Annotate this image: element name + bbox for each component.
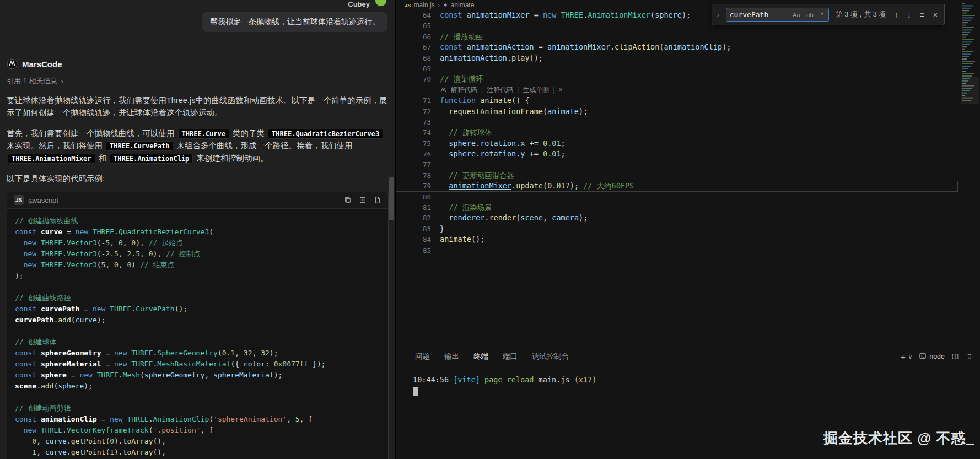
chat-scrollbar[interactable] (389, 177, 394, 220)
code-token: , (105, 261, 114, 269)
code-token: ({ (230, 360, 243, 368)
code-token: THREE (41, 239, 62, 247)
code-token: add (41, 382, 53, 390)
inline-code-chip: THREE.AnimationMixer (8, 154, 95, 164)
find-previous-button[interactable]: ↑ (892, 9, 901, 20)
code-token: // 渲染循环 (440, 74, 483, 83)
terminal-output[interactable]: 10:44:56 [vite] page reload main.js (x17… (396, 366, 980, 396)
code-token: const (15, 371, 41, 379)
code-token: . (507, 53, 511, 62)
code-token: sphere (655, 10, 682, 19)
new-file-button[interactable] (374, 196, 381, 204)
line-content: // 播放动画 (440, 31, 958, 42)
code-token: // 结束点 (140, 261, 174, 269)
code-token: (); (175, 305, 187, 313)
code-token: new (79, 371, 96, 379)
panel-tab[interactable]: 端口 (496, 347, 525, 366)
code-token: 0 (32, 437, 36, 445)
line-content (440, 63, 958, 74)
code-token: rotation (480, 139, 516, 148)
code-token: ); (579, 107, 588, 116)
split-terminal-button[interactable] (951, 353, 959, 360)
find-results-count: 第 3 项，共 3 项 (833, 10, 887, 19)
line-content: animationAction.play(); (440, 53, 958, 63)
user-message-row: 帮我拟定一条抛物线，让当前球体沿着轨迹运行。 (0, 8, 395, 32)
editor-line: 73 (396, 117, 958, 127)
separator: | (553, 85, 554, 95)
inline-close-button[interactable]: × (558, 85, 562, 95)
line-number: 67 (396, 42, 440, 52)
code-token (440, 181, 449, 190)
code-token (440, 107, 449, 116)
minimap-viewport[interactable] (961, 77, 979, 104)
code-token: AnimationClip (153, 415, 209, 423)
line-content: 解释代码|注释代码|生成单测|× (440, 85, 958, 95)
whole-word-toggle[interactable]: ab (805, 11, 815, 19)
panel-tab[interactable]: 调试控制台 (525, 347, 577, 366)
code-token: y (520, 149, 525, 158)
code-intro-text: 以下是具体实现的代码示例: (7, 172, 389, 185)
inline-action-button[interactable]: 生成单测 (523, 85, 549, 95)
line-content (440, 159, 958, 170)
code-token: animationMixer (467, 10, 530, 19)
minimap[interactable] (961, 1, 979, 233)
code-token: sphereMaterial (213, 371, 274, 379)
line-number: 79 (396, 181, 440, 191)
code-token: (), (153, 448, 166, 456)
code-token: . (610, 42, 615, 51)
code-token: THREE (41, 426, 62, 434)
panel-tab[interactable]: 终端 (466, 347, 496, 366)
assistant-name: MarsCode (22, 60, 62, 69)
symbol-method-icon (443, 2, 448, 8)
code-token: // 创建动画剪辑 (15, 404, 71, 412)
regex-toggle[interactable]: .* (818, 11, 826, 19)
code-token: curve (45, 437, 67, 445)
code-token: 10:44:56 (413, 375, 453, 384)
find-next-button[interactable]: ↓ (905, 9, 913, 20)
new-terminal-button[interactable]: + (901, 352, 906, 361)
code-token: 32 (261, 349, 270, 357)
code-token: render (489, 213, 516, 222)
code-token: 0 (131, 239, 136, 247)
code-token: new (93, 305, 110, 313)
panel-actions: + ∨ node (901, 352, 973, 361)
inline-action-button[interactable]: 解释代码 (451, 85, 477, 95)
code-token: CurvePath (136, 305, 174, 313)
reference-link[interactable]: 引用 1 相关信息 › (7, 76, 63, 86)
terminal-profile-chevron-icon[interactable]: ∨ (908, 354, 912, 360)
insert-code-button[interactable] (359, 196, 367, 204)
panel-tab[interactable]: 问题 (408, 347, 437, 366)
editor-line: 69 (396, 63, 958, 74)
code-token: animationMixer (449, 181, 511, 190)
code-token: . (62, 261, 67, 269)
code-token: add (58, 316, 71, 324)
find-close-button[interactable]: × (931, 9, 940, 20)
code-token: page reload (484, 375, 539, 384)
code-token: requestAnimationFrame (449, 107, 543, 116)
find-in-selection-button[interactable]: ≡ (918, 9, 927, 20)
match-case-toggle[interactable]: Aa (791, 11, 802, 19)
kill-terminal-button[interactable] (966, 353, 973, 360)
code-token (440, 213, 449, 222)
code-token: new (110, 415, 127, 423)
line-content (440, 117, 958, 127)
breadcrumb-file[interactable]: main.js (414, 1, 435, 9)
line-number: 76 (396, 149, 440, 159)
editor-line: 68animationAction.play(); (396, 53, 958, 63)
code-line: const sphereGeometry = new THREE.SphereG… (15, 348, 380, 359)
find-toggle-replace-chevron-icon[interactable]: › (714, 10, 721, 19)
find-input[interactable]: curvePath Aa ab .* (726, 8, 830, 22)
code-token: ); (274, 371, 283, 379)
panel-tab[interactable]: 输出 (437, 347, 466, 366)
terminal-instance-item[interactable]: node (919, 352, 945, 361)
editor-line: 80 (396, 192, 958, 202)
reference-label: 引用 1 相关信息 (7, 76, 57, 86)
copy-code-button[interactable] (344, 196, 352, 204)
code-token: 0.01 (543, 149, 561, 158)
code-language-label: javascript (28, 196, 340, 204)
breadcrumb-symbol[interactable]: animate (451, 1, 475, 9)
code-token: sphere (449, 149, 476, 158)
inline-action-button[interactable]: 注释代码 (487, 85, 513, 95)
code-token: renderer (449, 213, 484, 222)
terminal-output-line: 10:44:56 [vite] page reload main.js (x17… (413, 375, 980, 385)
